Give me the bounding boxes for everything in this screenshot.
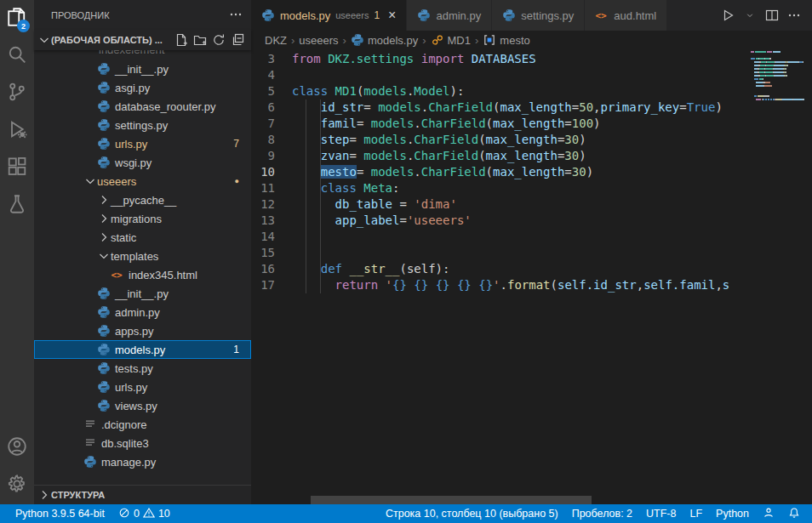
run-button[interactable]: [718, 6, 737, 25]
outline-section-header[interactable]: СТРУКТУРА: [34, 485, 251, 504]
tree-item-apps-py[interactable]: apps.py: [34, 321, 251, 340]
python-file-icon: [417, 9, 431, 22]
breadcrumb-separator: ›: [289, 34, 296, 47]
tree-item-settings-py[interactable]: settings.py: [34, 116, 251, 134]
breadcrumb-item-useeers[interactable]: useeers: [299, 34, 338, 47]
breadcrumb-item-models-py[interactable]: models.py: [351, 33, 418, 47]
tree-item-index345-html[interactable]: <>index345.html: [34, 265, 251, 284]
breadcrumb-item-dkz[interactable]: DKZ: [265, 34, 287, 47]
statusbar-encoding[interactable]: UTF-8: [639, 504, 683, 523]
gear-icon: [7, 474, 27, 497]
code-line: 3from DKZ.settings import DATABASES: [251, 51, 744, 67]
tree-item-useeers[interactable]: useeers●: [34, 172, 251, 190]
tree-item--init-py[interactable]: __init__.py: [34, 284, 251, 303]
activity-item-testing[interactable]: [0, 187, 34, 225]
tab-aud-html[interactable]: <>aud.html: [585, 0, 667, 31]
warning-count: 10: [158, 508, 170, 520]
file-file-icon: [83, 436, 97, 450]
tree-item-label: manage.py: [101, 456, 156, 469]
tab-models-py[interactable]: models.pyuseeers1×: [251, 0, 407, 31]
refresh-icon[interactable]: [212, 33, 226, 47]
explorer-title-row: ПРОВОДНИК: [34, 0, 251, 30]
tree-item-migrations[interactable]: migrations: [34, 209, 251, 228]
close-icon[interactable]: ×: [388, 9, 396, 22]
statusbar-feedback[interactable]: [756, 504, 781, 523]
tree-item--dcignore[interactable]: .dcignore: [34, 415, 251, 434]
tab-settings-py[interactable]: settings.py: [492, 0, 585, 31]
code-line: 6 id_str= models.CharField(max_length=50…: [251, 99, 744, 116]
search-icon: [7, 44, 27, 68]
tree-item-models-py[interactable]: models.py1: [34, 340, 251, 359]
new-file-icon[interactable]: [174, 33, 188, 47]
run-dropdown[interactable]: [741, 6, 759, 25]
error-icon: [118, 507, 130, 521]
activity-item-settings[interactable]: [0, 467, 34, 504]
code-line: 9 zvan= models.CharField(max_length=30): [251, 148, 744, 164]
activity-item-search[interactable]: [0, 37, 34, 75]
tree-item-urls-py[interactable]: urls.py7: [34, 134, 251, 153]
more-actions-button[interactable]: [785, 6, 803, 25]
statusbar-problems[interactable]: 010: [112, 504, 177, 523]
feedback-icon: [763, 507, 775, 521]
code-editor[interactable]: 3from DKZ.settings import DATABASES45cla…: [251, 49, 812, 504]
tree-item-database-roouter-py[interactable]: database_roouter.py: [34, 97, 251, 116]
activity-item-source-control[interactable]: [0, 75, 34, 112]
new-folder-icon[interactable]: [193, 33, 207, 47]
tree-item-db-sqlite3[interactable]: db.sqlite3: [34, 434, 251, 452]
explorer-sidebar: ПРОВОДНИК (РАБОЧАЯ ОБЛАСТЬ) ... indexele…: [34, 0, 251, 504]
python-file-icon: [97, 81, 111, 94]
breadcrumb-item-mesto[interactable]: mesto: [483, 33, 529, 47]
tree-item-wsgi-py[interactable]: wsgi.py: [34, 153, 251, 172]
line-number: 7: [251, 116, 292, 132]
statusbar-eol[interactable]: LF: [683, 504, 709, 523]
python-file-icon: [97, 99, 111, 113]
tree-item-clipped[interactable]: indexelement: [34, 50, 251, 60]
breadcrumb-item-md1[interactable]: MD1: [431, 33, 471, 47]
activity-badge: 2: [17, 20, 30, 32]
line-number: 15: [251, 245, 292, 261]
tree-item-label: __init__.py: [115, 287, 169, 300]
breadcrumb-separator: ›: [420, 34, 427, 47]
tree-item-label: asgi.py: [115, 82, 150, 94]
tree-item-templates[interactable]: templates: [34, 247, 251, 265]
line-number: 12: [251, 196, 292, 213]
tree-item-asgi-py[interactable]: asgi.py: [34, 78, 251, 97]
tab-bar: models.pyuseeers1×admin.pysettings.py<>a…: [251, 0, 812, 31]
tree-item--pycache-[interactable]: __pycache__: [34, 190, 251, 209]
tree-item-label: static: [111, 231, 136, 244]
split-editor-button[interactable]: [763, 6, 781, 25]
tree-item-tests-py[interactable]: tests.py: [34, 359, 251, 378]
workspace-section-header[interactable]: (РАБОЧАЯ ОБЛАСТЬ) ...: [34, 30, 251, 50]
minimap[interactable]: [751, 51, 805, 102]
statusbar-cursor-position[interactable]: Строка 10, столбец 10 (выбрано 5): [379, 504, 565, 523]
tab-label: models.py: [280, 9, 330, 22]
activity-bar: 2: [0, 0, 34, 504]
tree-item-manage-py[interactable]: manage.py: [34, 452, 251, 471]
statusbar-indentation[interactable]: Пробелов: 2: [565, 504, 639, 523]
line-number: 4: [251, 67, 292, 83]
activity-item-run-debug[interactable]: [0, 112, 34, 150]
tree-item--init-py[interactable]: __init__.py: [34, 60, 251, 78]
tree-item-admin-py[interactable]: admin.py: [34, 303, 251, 321]
statusbar-language-mode[interactable]: Python: [709, 504, 756, 523]
explorer-more-actions-button[interactable]: [229, 8, 243, 23]
collapse-all-icon[interactable]: [231, 33, 244, 47]
breadcrumb-separator: ›: [341, 34, 348, 47]
tab-admin-py[interactable]: admin.py: [407, 0, 492, 31]
activity-item-extensions[interactable]: [0, 150, 34, 187]
explorer-title: ПРОВОДНИК: [51, 10, 110, 20]
tab-problems-badge: 1: [374, 9, 380, 21]
activity-item-explorer[interactable]: 2: [0, 0, 34, 37]
tree-item-views-py[interactable]: views.py: [34, 396, 251, 415]
cursor-position-label: Строка 10, столбец 10 (выбрано 5): [386, 508, 558, 520]
statusbar-python-version[interactable]: Python 3.9.5 64-bit: [9, 504, 112, 523]
tree-item-static[interactable]: static: [34, 228, 251, 247]
tree-item-label: __init__.py: [115, 63, 169, 76]
line-number: 13: [251, 213, 292, 229]
horizontal-scrollbar[interactable]: [311, 496, 592, 504]
statusbar-notifications[interactable]: [781, 504, 807, 523]
line-number: 8: [251, 132, 292, 148]
activity-item-account[interactable]: [0, 429, 34, 467]
editor-group: models.pyuseeers1×admin.pysettings.py<>a…: [251, 0, 812, 504]
tree-item-urls-py[interactable]: urls.py: [34, 378, 251, 396]
